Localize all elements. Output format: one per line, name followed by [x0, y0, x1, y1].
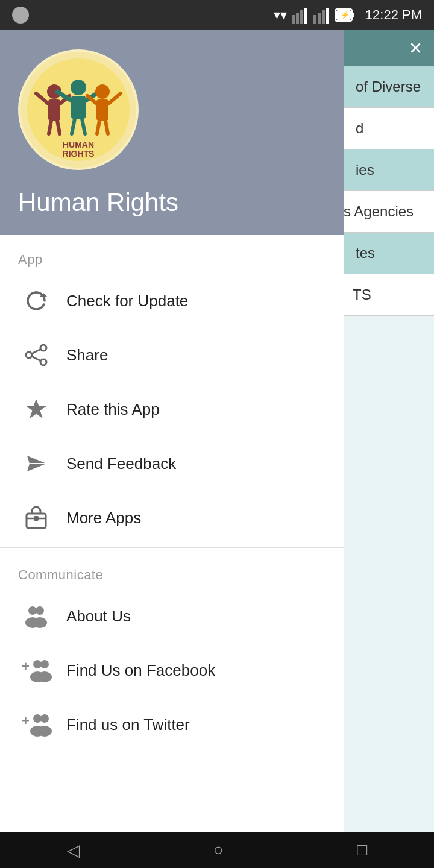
- svg-line-29: [97, 121, 99, 134]
- recent-button[interactable]: □: [339, 834, 385, 866]
- svg-rect-5: [318, 13, 321, 24]
- signal2-icon: [313, 7, 330, 24]
- svg-point-48: [33, 617, 47, 628]
- svg-rect-4: [313, 15, 316, 24]
- svg-point-35: [40, 359, 46, 365]
- app-logo: HUMAN RIGHTS: [27, 58, 130, 161]
- svg-text:HUMAN: HUMAN: [63, 140, 94, 149]
- facebook-label: Find Us on Facebook: [66, 661, 215, 680]
- svg-line-17: [49, 121, 51, 134]
- svg-point-55: [33, 714, 42, 723]
- signal-icon: [292, 7, 309, 24]
- svg-rect-44: [34, 516, 39, 521]
- navigation-bar: ◁ ○ □: [0, 832, 434, 868]
- battery-icon: ⚡: [335, 7, 354, 24]
- svg-rect-14: [48, 99, 60, 121]
- svg-point-53: [37, 671, 52, 682]
- sun-icon: [12, 7, 29, 24]
- svg-line-38: [31, 356, 41, 361]
- svg-rect-0: [292, 15, 295, 24]
- twitter-label: Find us on Twitter: [66, 715, 190, 734]
- refresh-icon: [18, 288, 54, 313]
- svg-point-25: [95, 84, 110, 99]
- add-people-twitter-icon: +: [18, 712, 54, 737]
- add-people-facebook-icon: +: [18, 658, 54, 683]
- share-icon: [18, 342, 54, 368]
- rate-label: Rate this App: [66, 400, 160, 419]
- section-divider: [0, 547, 344, 548]
- bag-icon: [18, 505, 54, 530]
- check-update-label: Check for Update: [66, 292, 188, 310]
- status-icons: ▾▾ ⚡ 12:22 PM: [274, 7, 422, 24]
- drawer-body: App Check for Update: [0, 235, 344, 832]
- svg-rect-2: [300, 10, 303, 24]
- check-update-button[interactable]: Check for Update: [0, 274, 344, 328]
- app-title: Human Rights: [18, 188, 326, 217]
- svg-rect-1: [296, 13, 299, 24]
- svg-marker-39: [27, 400, 46, 418]
- svg-rect-26: [96, 99, 108, 121]
- more-apps-button[interactable]: More Apps: [0, 491, 344, 545]
- twitter-button[interactable]: + Find us on Twitter: [0, 697, 344, 752]
- close-icon[interactable]: ×: [409, 36, 422, 61]
- send-feedback-button[interactable]: Send Feedback: [0, 436, 344, 491]
- drawer-menu: HUMAN RIGHTS Human Rights App Check for …: [0, 30, 344, 832]
- back-button[interactable]: ◁: [49, 834, 98, 866]
- svg-line-30: [105, 121, 108, 134]
- svg-point-46: [36, 606, 44, 615]
- svg-point-56: [40, 714, 49, 723]
- section-label-app: App: [0, 235, 344, 274]
- rate-app-button[interactable]: Rate this App: [0, 382, 344, 436]
- svg-point-45: [28, 606, 37, 615]
- share-button[interactable]: Share: [0, 328, 344, 382]
- svg-point-58: [37, 726, 52, 737]
- about-us-label: About Us: [66, 607, 131, 626]
- svg-point-51: [40, 660, 49, 668]
- svg-rect-9: [352, 13, 354, 17]
- svg-text:RIGHTS: RIGHTS: [63, 149, 95, 159]
- feedback-label: Send Feedback: [66, 454, 176, 473]
- svg-rect-3: [304, 8, 307, 24]
- drawer-header: HUMAN RIGHTS Human Rights: [0, 30, 344, 235]
- svg-text:⚡: ⚡: [341, 10, 350, 19]
- facebook-button[interactable]: + Find Us on Facebook: [0, 643, 344, 697]
- svg-text:+: +: [22, 659, 30, 674]
- more-apps-label: More Apps: [66, 509, 141, 527]
- share-label: Share: [66, 346, 108, 365]
- svg-text:+: +: [22, 713, 30, 728]
- svg-line-37: [31, 349, 41, 354]
- send-icon: [18, 451, 54, 476]
- star-icon: [18, 397, 54, 422]
- svg-point-36: [26, 352, 32, 358]
- home-button[interactable]: ○: [195, 834, 242, 866]
- svg-rect-7: [326, 8, 329, 24]
- section-label-communicate: Communicate: [0, 550, 344, 589]
- wifi-icon: ▾▾: [274, 7, 287, 23]
- svg-point-19: [71, 80, 86, 95]
- svg-line-18: [57, 121, 60, 134]
- svg-rect-6: [322, 10, 325, 24]
- svg-point-50: [33, 660, 42, 668]
- status-bar: ▾▾ ⚡ 12:22 PM: [0, 0, 434, 30]
- avatar: HUMAN RIGHTS: [18, 49, 139, 170]
- svg-point-34: [40, 345, 46, 351]
- about-us-button[interactable]: About Us: [0, 589, 344, 643]
- status-time: 12:22 PM: [365, 7, 422, 23]
- people-icon: [18, 603, 54, 629]
- svg-rect-20: [71, 96, 86, 119]
